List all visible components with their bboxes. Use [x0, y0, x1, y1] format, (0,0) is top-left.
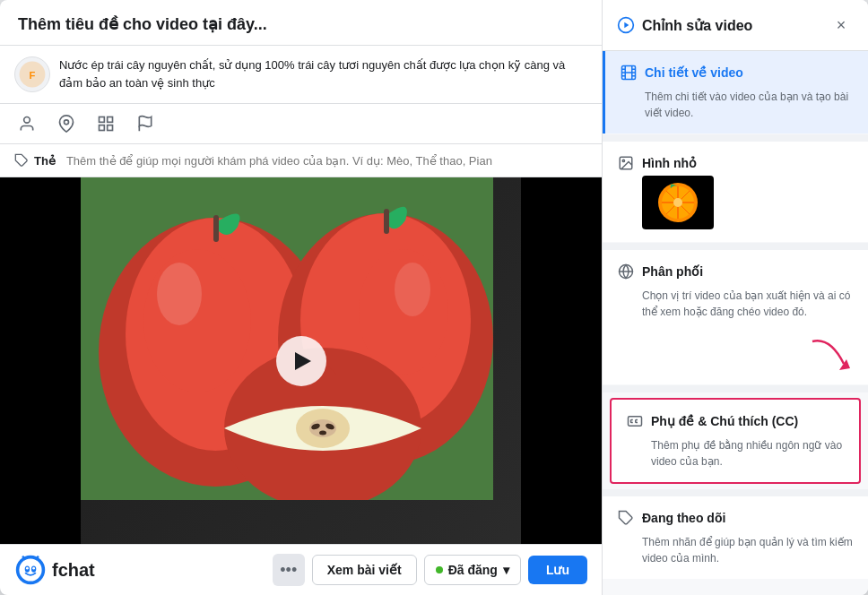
svg-point-41	[622, 160, 624, 161]
section-chi-tiet[interactable]: Chi tiết về video Thêm chi tiết vào vide…	[603, 51, 868, 134]
description-section: F Nước ép trái cây nguyên chất, sử dụng …	[0, 46, 602, 104]
section-hinh-nho-title: Hình nhỏ	[642, 156, 697, 170]
right-panel-title: Chỉnh sửa video	[617, 16, 752, 34]
svg-rect-6	[108, 125, 113, 131]
play-button[interactable]	[276, 336, 326, 386]
section-phu-de-desc: Thêm phụ đề bằng nhiều ngôn ngữ vào vide…	[612, 434, 859, 482]
avatar: F	[14, 56, 50, 92]
film-icon	[620, 64, 638, 82]
svg-marker-52	[839, 359, 850, 370]
status-dot	[436, 566, 443, 573]
fchat-logo-icon	[14, 554, 47, 586]
description-text: Nước ép trái cây nguyên chất, sử dụng 10…	[59, 56, 587, 91]
save-button[interactable]: Lưu	[528, 556, 587, 584]
right-panel: Chỉnh sửa video × Chi tiết về video Thêm…	[603, 0, 868, 595]
bottom-bar: fchat ••• Xem bài viết Đã đăng ▾ Lưu	[0, 544, 602, 595]
separator-4	[603, 489, 868, 496]
video-edit-icon	[617, 16, 635, 34]
fchat-logo: fchat	[14, 554, 95, 586]
globe-icon	[617, 263, 635, 280]
modal-title: Thêm tiêu đề cho video tại đây...	[18, 14, 584, 34]
thumbnail-image	[642, 176, 714, 229]
location-icon[interactable]	[54, 111, 79, 136]
fchat-text: fchat	[52, 560, 95, 581]
svg-point-30	[22, 556, 25, 558]
svg-rect-5	[108, 117, 113, 123]
separator-3	[603, 385, 868, 392]
status-button[interactable]: Đã đăng ▾	[424, 555, 521, 585]
tag-label-icon	[14, 153, 29, 168]
status-dropdown-icon: ▾	[503, 563, 509, 577]
close-button[interactable]: ×	[829, 13, 854, 38]
svg-point-3	[65, 120, 69, 125]
video-bg	[0, 177, 602, 544]
separator-1	[603, 134, 868, 142]
section-phu-de[interactable]: Phụ đề & Chú thích (CC) Thêm phụ đề bằng…	[610, 398, 861, 484]
thumbnail-svg	[644, 177, 712, 228]
svg-rect-15	[213, 215, 219, 242]
svg-rect-20	[384, 209, 389, 234]
svg-point-13	[143, 249, 251, 392]
svg-point-26	[319, 431, 326, 435]
flag-icon[interactable]	[133, 111, 158, 136]
svg-rect-7	[100, 125, 105, 131]
video-preview	[0, 177, 602, 544]
toolbar-row	[0, 104, 602, 144]
view-post-button[interactable]: Xem bài viết	[312, 555, 417, 585]
section-dang-theo-doi-title: Đang theo dõi	[642, 511, 725, 525]
section-phu-de-header: Phụ đề & Chú thích (CC)	[612, 400, 859, 434]
tags-label: Thẻ	[14, 153, 56, 168]
arrow-container	[603, 332, 868, 384]
svg-point-35	[26, 567, 29, 570]
section-phu-de-title: Phụ đề & Chú thích (CC)	[651, 414, 798, 428]
cc-icon	[626, 412, 644, 430]
left-panel: Thêm tiêu đề cho video tại đây... F Nước…	[0, 0, 603, 595]
modal-container: Thêm tiêu đề cho video tại đây... F Nước…	[0, 0, 868, 595]
section-dang-theo-doi[interactable]: Đang theo dõi Thêm nhãn để giúp bạn quản…	[603, 496, 868, 579]
more-button[interactable]: •••	[273, 554, 305, 586]
grid-icon[interactable]	[93, 111, 118, 136]
red-arrow-icon	[803, 332, 857, 377]
svg-point-49	[673, 198, 682, 207]
svg-marker-38	[624, 22, 629, 29]
status-label: Đã đăng	[448, 563, 498, 577]
section-chi-tiet-header: Chi tiết về video	[605, 51, 868, 85]
section-phan-phoi[interactable]: Phân phối Chọn vị trí video của bạn xuất…	[603, 250, 868, 384]
logo-icon: F	[18, 60, 47, 89]
section-hinh-nho-header: Hình nhỏ	[603, 142, 868, 176]
section-chi-tiet-title: Chi tiết về video	[645, 65, 743, 80]
section-phan-phoi-title: Phân phối	[642, 264, 703, 279]
svg-text:F: F	[30, 70, 36, 81]
tags-row: Thẻ	[0, 144, 602, 177]
section-dang-theo-doi-desc: Thêm nhãn để giúp bạn quản lý và tìm kiế…	[603, 530, 868, 579]
section-chi-tiet-desc: Thêm chi tiết vào video của bạn và tạo b…	[605, 85, 868, 134]
person-icon[interactable]	[14, 111, 39, 136]
modal-title-bar: Thêm tiêu đề cho video tại đây...	[0, 0, 602, 46]
svg-rect-4	[100, 117, 105, 123]
section-dang-theo-doi-header: Đang theo dõi	[603, 496, 868, 530]
thumbnail-section	[603, 176, 868, 242]
section-hinh-nho[interactable]: Hình nhỏ	[603, 142, 868, 242]
image-icon	[617, 154, 635, 172]
right-panel-title-text: Chỉnh sửa video	[642, 17, 752, 34]
video-left-bar	[0, 177, 81, 544]
right-panel-header: Chỉnh sửa video ×	[603, 0, 868, 51]
video-right-bar	[521, 177, 602, 544]
tag-icon	[617, 509, 635, 527]
svg-point-32	[37, 556, 39, 558]
separator-2	[603, 243, 868, 250]
tags-text: Thẻ	[34, 154, 56, 168]
svg-point-28	[19, 558, 41, 581]
section-phan-phoi-desc: Chọn vị trí video của bạn xuất hiện và a…	[603, 284, 868, 332]
section-phan-phoi-header: Phân phối	[603, 250, 868, 284]
svg-point-2	[24, 117, 30, 124]
svg-point-14	[157, 263, 202, 325]
svg-point-36	[32, 567, 35, 570]
svg-point-19	[395, 263, 430, 316]
tags-input[interactable]	[66, 154, 587, 168]
